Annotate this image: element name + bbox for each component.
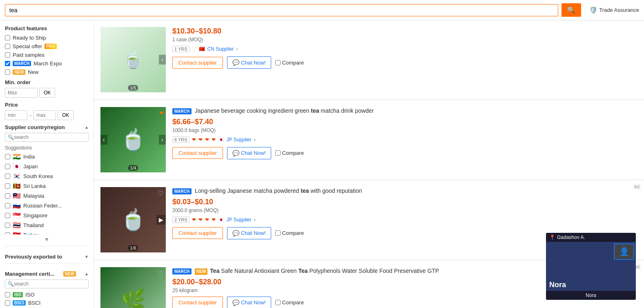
compare-wrap-1[interactable]: Compare <box>275 150 304 156</box>
filter-new-checkbox[interactable] <box>5 69 10 75</box>
product-image-3: 🌿 ♡ <box>100 267 166 308</box>
supplier-heart-1c: ❤ <box>205 137 209 143</box>
video-thumbnail-icon: 👤 <box>619 247 629 257</box>
compare-wrap-2[interactable]: Compare <box>275 230 304 236</box>
supplier-country-section[interactable]: Supplier country/region <box>5 124 89 130</box>
price-row: – OK <box>5 110 89 120</box>
video-person1-icon: 📍 <box>549 234 555 240</box>
cert-search-box[interactable]: 🔍 <box>5 279 89 288</box>
flag-malaysia: 🇲🇾 <box>13 192 21 200</box>
contact-supplier-button-1[interactable]: Contact supplier <box>172 147 223 159</box>
filter-ready-to-ship-label: Ready to Ship <box>13 35 46 41</box>
country-checkbox-russia[interactable] <box>5 203 10 208</box>
country-item-malaysia[interactable]: 🇲🇾 Malaysia <box>5 192 89 200</box>
compare-label-1: Compare <box>282 150 304 156</box>
country-checkbox-malaysia[interactable] <box>5 193 10 199</box>
country-checkbox-thailand[interactable] <box>5 223 10 228</box>
chat-now-button-3[interactable]: 💬 Chat Now! <box>227 297 271 308</box>
supplier-link-1[interactable]: JP Supplier <box>227 137 252 143</box>
compare-checkbox-2[interactable] <box>275 230 281 236</box>
chat-icon-1: 💬 <box>232 150 239 156</box>
compare-wrap-3[interactable]: Compare <box>275 299 304 306</box>
chat-now-button-1[interactable]: 💬 Chat Now! <box>227 147 271 159</box>
cert-checkbox-iso[interactable] <box>5 292 10 297</box>
country-item-japan[interactable]: 🇯🇵 Japan <box>5 163 89 170</box>
product-image-2: 🍵 ▶ ♡ 1/6 <box>100 187 166 252</box>
compare-checkbox-1[interactable] <box>275 150 281 156</box>
contact-supplier-button-0[interactable]: Contact supplier <box>172 57 223 69</box>
country-item-india[interactable]: 🇮🇳 India <box>5 153 89 161</box>
filter-special-offer-checkbox[interactable] <box>5 44 10 49</box>
filter-march-expo-checkbox[interactable] <box>5 61 10 66</box>
country-checkbox-south-korea[interactable] <box>5 174 10 179</box>
country-checkbox-singapore[interactable] <box>5 213 10 218</box>
filter-paid-samples-checkbox[interactable] <box>5 52 10 58</box>
price-min-input[interactable] <box>5 110 27 120</box>
country-checkbox-turkey[interactable] <box>5 232 10 234</box>
cert-checkbox-bsci[interactable] <box>5 300 10 306</box>
product-img-nav-right-0[interactable]: › <box>159 55 166 65</box>
price-ok-button[interactable]: OK <box>58 110 74 120</box>
country-list: 🇮🇳 India 🇯🇵 Japan 🇰🇷 South Korea 🇱🇰 Sri … <box>5 153 89 234</box>
filter-ready-to-ship[interactable]: Ready to Ship <box>5 35 89 41</box>
cert-badge-iso: ISO <box>13 292 23 297</box>
country-search-input[interactable] <box>14 134 86 140</box>
filter-march-expo[interactable]: MARCH March Expo <box>5 60 89 67</box>
country-item-singapore[interactable]: 🇸🇬 Singapore <box>5 212 89 219</box>
flag-south-korea: 🇰🇷 <box>13 172 21 180</box>
country-item-thailand[interactable]: 🇹🇭 Thailand <box>5 221 89 229</box>
search-button[interactable]: 🔍 <box>562 3 581 17</box>
country-item-south-korea[interactable]: 🇰🇷 South Korea <box>5 172 89 180</box>
management-cert-section[interactable]: Management certi... NEW <box>5 271 89 277</box>
product-heart-0[interactable]: ♡ <box>158 29 163 37</box>
flag-russia: 🇷🇺 <box>13 202 21 210</box>
cert-search-input[interactable] <box>14 281 86 287</box>
chat-now-button-0[interactable]: 💬 Chat Now! <box>227 56 271 69</box>
price-separator: – <box>29 112 32 118</box>
country-checkbox-japan[interactable] <box>5 164 10 169</box>
supplier-link-2[interactable]: JP Supplier <box>227 217 252 223</box>
country-checkbox-sri-lanka[interactable] <box>5 183 10 189</box>
filter-special-offer[interactable]: Special offer PRO <box>5 43 89 49</box>
contact-supplier-button-2[interactable]: Contact supplier <box>172 227 223 239</box>
product-title-text-1b: matcha drink powder <box>319 107 374 114</box>
country-name-japan: Japan <box>23 163 38 170</box>
search-input[interactable] <box>5 4 558 16</box>
country-search-box[interactable]: 🔍 <box>5 133 89 142</box>
min-order-ok-button[interactable]: OK <box>39 88 55 98</box>
supplier-link-0[interactable]: CN Supplier <box>207 46 234 52</box>
supplier-flag-1: 🇯🇵 <box>218 137 224 143</box>
product-img-nav-left-1[interactable]: ‹ <box>100 135 107 145</box>
product-img-counter-2: 1/6 <box>128 245 138 251</box>
compare-checkbox-0[interactable] <box>275 60 281 65</box>
compare-checkbox-3[interactable] <box>275 300 281 305</box>
filter-ready-to-ship-checkbox[interactable] <box>5 35 10 40</box>
management-cert-label: Management certi... <box>5 271 54 277</box>
cert-item-bsci[interactable]: BSCI BSCI <box>5 300 89 306</box>
country-checkbox-india[interactable] <box>5 154 10 159</box>
product-title-highlight-2: tea <box>301 187 309 194</box>
product-heart-3[interactable]: ♡ <box>158 270 163 277</box>
product-actions-0: Contact supplier 💬 Chat Now! Compare <box>172 56 637 69</box>
price-max-input[interactable] <box>33 110 56 120</box>
compare-wrap-0[interactable]: Compare <box>275 60 304 66</box>
country-item-turkey[interactable]: 🇹🇷 Turkey <box>5 231 89 234</box>
filter-paid-samples[interactable]: Paid samples <box>5 52 89 58</box>
compare-label-0: Compare <box>282 60 304 66</box>
product-heart-2[interactable]: ♡ <box>158 190 163 197</box>
contact-supplier-button-3[interactable]: Contact supplier <box>172 297 223 308</box>
product-heart-1[interactable]: ♥ <box>160 109 164 117</box>
cert-item-iso[interactable]: ISO ISO <box>5 292 89 298</box>
product-img-nav-right-2[interactable]: ▶ <box>156 215 166 225</box>
previously-exported-section[interactable]: Previously exported to <box>5 254 89 260</box>
country-item-russia[interactable]: 🇷🇺 Russian Feder... <box>5 202 89 210</box>
product-title-text-2b: with good reputation <box>309 187 362 194</box>
min-order-input[interactable] <box>5 88 38 98</box>
chat-now-button-2[interactable]: 💬 Chat Now! <box>227 227 271 239</box>
chat-icon-0: 💬 <box>232 59 239 66</box>
country-item-sri-lanka[interactable]: 🇱🇰 Sri Lanka <box>5 182 89 190</box>
country-name-singapore: Singapore <box>23 212 47 219</box>
product-img-nav-right-1[interactable]: › <box>159 135 166 145</box>
filter-new[interactable]: NEW New <box>5 69 89 75</box>
country-name-turkey: Turkey <box>23 232 39 234</box>
